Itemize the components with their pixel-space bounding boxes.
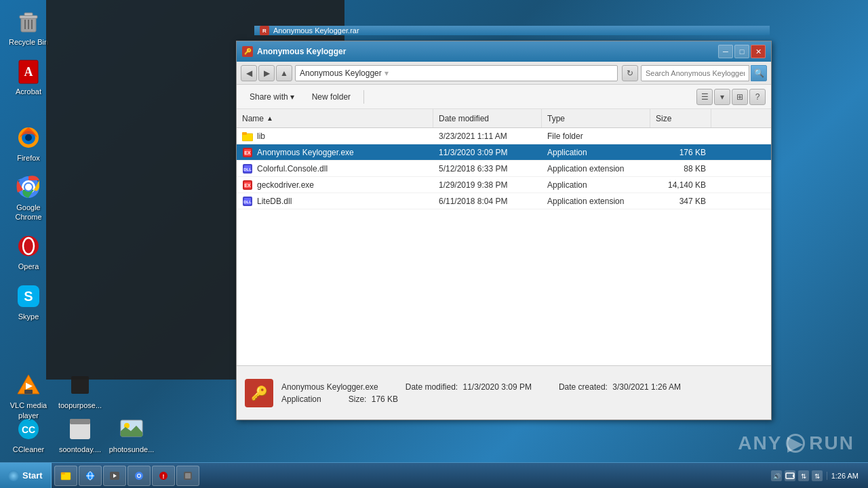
search-button[interactable]: 🔍 — [751, 65, 767, 81]
view-list-button[interactable]: ☰ — [696, 89, 713, 105]
start-orb — [8, 470, 19, 481]
address-path[interactable]: Anonymous Keylogger ▾ — [295, 65, 618, 81]
file-size-cell — [650, 128, 711, 144]
opera-icon[interactable]: Opera — [5, 230, 52, 274]
status-filename: Anonymous Keylogger.exe — [281, 382, 378, 392]
taskbar-antivirus[interactable]: ! — [152, 466, 175, 486]
col-type-text: Type — [547, 114, 565, 123]
table-row[interactable]: EX Anonymous Keylogger.exe 11/3/2020 3:0… — [237, 144, 771, 161]
file-type-cell: Application — [542, 144, 650, 160]
status-row-2: Application Size: 176 KB — [281, 394, 763, 404]
chrome-icon[interactable]: Google Chrome — [5, 171, 52, 225]
forward-button[interactable]: ▶ — [258, 65, 275, 81]
anyrun-watermark: ANY ▶ RUN — [738, 432, 854, 454]
up-button[interactable]: ▲ — [276, 65, 292, 81]
antivirus-taskbar-icon: ! — [158, 470, 169, 481]
file-name-cell: DLL Colorful.Console.dll — [237, 161, 433, 176]
rar-title-text: Anonymous Keylogger.rar — [273, 26, 359, 35]
col-name-text: Name — [242, 114, 264, 123]
share-with-label: Share with — [250, 92, 288, 102]
taskbar-ie[interactable] — [79, 466, 102, 486]
tray-icon-3[interactable]: ⇅ — [798, 470, 809, 481]
search-box: 🔍 — [641, 65, 767, 81]
taskbar-chrome[interactable] — [127, 466, 151, 486]
preview-pane-button[interactable]: ⊞ — [732, 89, 748, 105]
help-button[interactable]: ? — [749, 89, 766, 105]
acrobat-img: A — [15, 58, 42, 85]
clock[interactable]: 1:26 AM — [827, 472, 863, 480]
tray-icon-1[interactable]: 🔊 — [771, 470, 782, 481]
minimize-button[interactable]: ─ — [718, 45, 733, 58]
size-value: 176 KB — [372, 394, 398, 404]
svg-text:DLL: DLL — [243, 200, 252, 204]
search-input[interactable] — [641, 65, 749, 81]
file-explorer-window: 🔑 Anonymous Keylogger ─ □ ✕ ◀ ▶ ▲ Anonym… — [236, 41, 772, 420]
date-modified-label: Date modified: — [406, 382, 458, 392]
skype-label: Skype — [18, 312, 39, 321]
tray-icons: 🔊 ⇅ ⇅ — [771, 470, 823, 481]
dll-icon: DLL — [242, 163, 253, 174]
col-size-text: Size — [656, 114, 671, 123]
refresh-button[interactable]: ↻ — [622, 65, 638, 81]
recycle-bin-icon[interactable]: Recycle Bin — [5, 5, 52, 49]
file-size-cell: 88 KB — [650, 161, 711, 176]
exe-icon: EX — [242, 180, 253, 190]
tray-icon-4[interactable]: ⇅ — [812, 470, 823, 481]
file-name-cell: EX Anonymous Keylogger.exe — [237, 144, 433, 160]
ie-taskbar-icon — [85, 470, 96, 481]
window-title: Anonymous Keylogger — [257, 47, 718, 56]
col-header-type[interactable]: Type — [542, 109, 650, 127]
maximize-button[interactable]: □ — [734, 45, 749, 58]
back-button[interactable]: ◀ — [241, 65, 257, 81]
window-icon: 🔑 — [242, 46, 253, 57]
table-row[interactable]: DLL Colorful.Console.dll 5/12/2018 6:33 … — [237, 161, 771, 177]
new-folder-label: New folder — [312, 92, 351, 102]
address-dropdown-arrow: ▾ — [384, 68, 389, 78]
taskbar-media[interactable] — [103, 466, 126, 486]
soontoday-label: soontoday.... — [59, 445, 101, 454]
app-taskbar-icon — [182, 470, 193, 481]
svg-rect-2 — [24, 13, 33, 16]
share-with-arrow: ▾ — [290, 92, 294, 102]
share-with-button[interactable]: Share with ▾ — [242, 87, 302, 106]
taskbar-app[interactable] — [176, 466, 199, 486]
svg-point-55 — [138, 474, 140, 477]
acrobat-icon[interactable]: A Acrobat — [5, 55, 52, 99]
tray-icon-2[interactable] — [785, 470, 795, 481]
status-file-icon: 🔑 — [245, 379, 273, 407]
chrome-label: Google Chrome — [8, 203, 49, 222]
taskbar-explorer[interactable] — [54, 466, 77, 486]
svg-text:EX: EX — [244, 150, 251, 155]
view-dropdown-button[interactable]: ▾ — [714, 89, 730, 105]
file-name: geckodriver.exe — [257, 180, 314, 190]
exe-icon: EX — [242, 147, 253, 158]
toopurpose-label: toopurpose... — [58, 401, 102, 410]
sort-arrow: ▲ — [267, 115, 273, 122]
firefox-label: Firefox — [17, 153, 40, 163]
skype-icon[interactable]: S Skype — [5, 280, 52, 324]
date-created-label: Date created: — [559, 382, 608, 392]
opera-img — [15, 232, 42, 260]
table-row[interactable]: EX geckodriver.exe 1/29/2019 9:38 PM App… — [237, 177, 771, 193]
photosunde-icon[interactable]: photosunde... — [108, 413, 155, 457]
svg-point-16 — [18, 236, 39, 256]
size-label: Size: — [349, 394, 367, 404]
firefox-icon[interactable]: Firefox — [5, 121, 52, 165]
status-date-created: Date created: 3/30/2021 1:26 AM — [559, 382, 681, 392]
col-header-name[interactable]: Name ▲ — [237, 109, 433, 127]
col-header-date[interactable]: Date modified — [433, 109, 542, 127]
new-folder-button[interactable]: New folder — [304, 87, 358, 106]
svg-text:EX: EX — [244, 183, 251, 188]
folder-icon — [242, 131, 253, 142]
table-row[interactable]: lib 3/23/2021 1:11 AM File folder — [237, 128, 771, 144]
firefox-img — [15, 124, 42, 151]
col-header-size[interactable]: Size — [650, 109, 711, 127]
vlc-icon[interactable]: ▶ VLC media player — [5, 369, 52, 423]
start-button[interactable]: Start — [0, 463, 52, 489]
chrome-img — [15, 174, 42, 201]
table-row[interactable]: DLL LiteDB.dll 6/11/2018 8:04 PM Applica… — [237, 193, 771, 209]
status-size: Size: 176 KB — [349, 394, 398, 404]
date-modified-value: 11/3/2020 3:09 PM — [462, 382, 531, 392]
close-button[interactable]: ✕ — [751, 45, 766, 58]
svg-rect-1 — [20, 16, 37, 18]
